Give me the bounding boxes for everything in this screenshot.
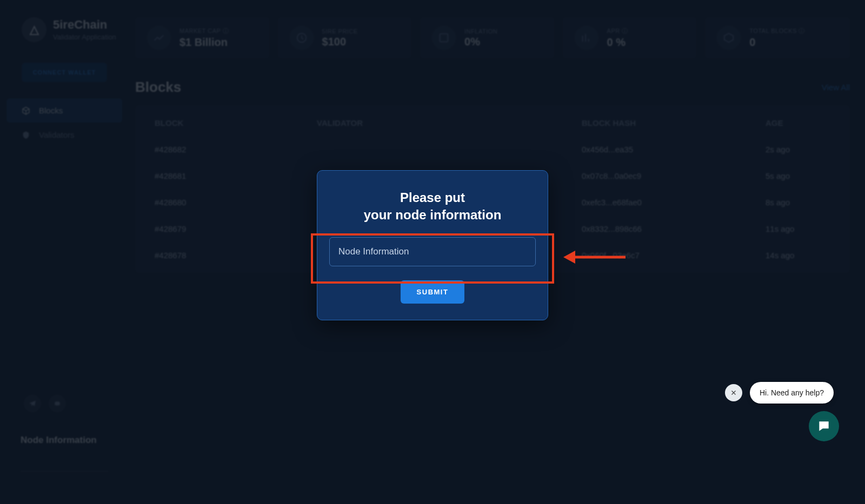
- modal-title-line2: your node information: [364, 207, 502, 222]
- close-icon: [730, 389, 737, 396]
- modal-title: Please put your node information: [329, 189, 536, 224]
- chat-icon: [817, 419, 831, 433]
- submit-button[interactable]: SUBMIT: [401, 280, 465, 304]
- modal-overlay[interactable]: Please put your node information SUBMIT: [0, 0, 865, 504]
- modal-title-line1: Please put: [400, 190, 465, 205]
- help-message[interactable]: Hi. Need any help?: [750, 382, 834, 404]
- help-close-button[interactable]: [725, 384, 742, 401]
- chat-fab-button[interactable]: [809, 411, 839, 441]
- node-info-modal: Please put your node information SUBMIT: [317, 170, 548, 320]
- help-bubble: Hi. Need any help?: [725, 382, 834, 404]
- node-information-input[interactable]: [329, 237, 536, 266]
